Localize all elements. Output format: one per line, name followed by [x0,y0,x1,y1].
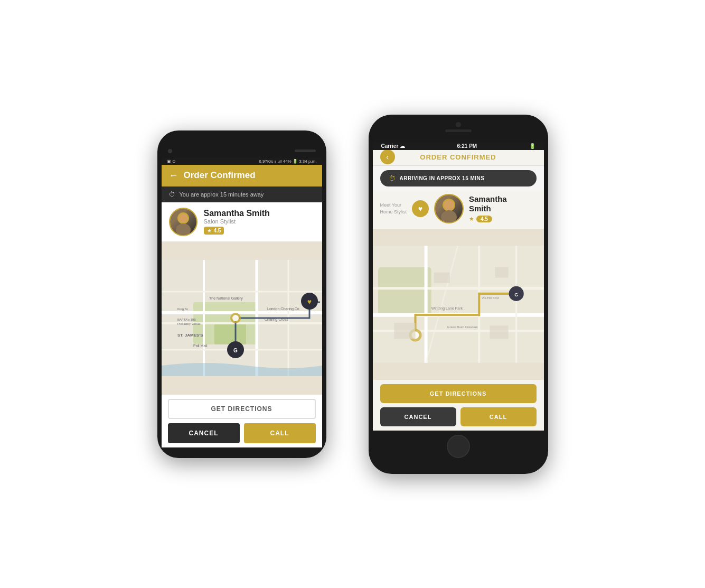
android-stylist-name: Samantha Smith [204,209,270,218]
svg-text:♥: ♥ [307,297,311,306]
android-stylist-info: Samantha Smith Salon Stylist ★ 4.5 [204,209,270,235]
svg-text:King St.: King St. [177,307,189,311]
ios-camera [456,122,461,127]
svg-text:London Charing Co: London Charing Co [267,307,299,311]
status-center: 6.97K/s ε ull 44% 🔋 3:34 p.m. [259,159,316,164]
ios-notch-area [373,115,544,142]
android-screen: ← Order Confirmed ⏱ You are approx 15 mi… [162,165,322,447]
android-status-bar: ▣ ⊙ 6.97K/s ε ull 44% 🔋 3:34 p.m. [162,158,322,165]
svg-text:G: G [514,292,518,297]
android-actions: GET DIRECTIONS CANCEL CALL [162,395,322,447]
svg-rect-5 [214,323,246,344]
svg-text:Piccadilly Venue: Piccadilly Venue [177,322,201,325]
android-call-button[interactable]: CALL [244,423,316,443]
ios-screen: ‹ ORDER CONFIRMED ⏱ ARRIVING IN APPROX 1… [373,150,544,431]
svg-point-29 [444,200,454,210]
ios-page-title: ORDER CONFIRMED [420,153,496,161]
clock-icon: ⏱ [169,191,175,198]
android-eta-text: You are approx 15 minutes away [180,191,264,198]
svg-point-28 [441,210,457,222]
ios-button-row: CANCEL CALL [380,407,537,426]
ios-actions: GET DIRECTIONS CANCEL CALL [373,380,544,431]
svg-point-2 [178,213,188,223]
svg-text:Green Bush Crescent: Green Bush Crescent [447,325,477,329]
ios-status-right: 🔋 [529,143,535,149]
ios-meet-text: Meet YourHome Stylist [380,202,407,215]
android-stylist-role: Salon Stylist [204,218,270,225]
android-rating-score: 4.5 [214,228,221,234]
ios-speaker [445,129,472,132]
svg-rect-47 [495,267,508,277]
ios-directions-button[interactable]: GET DIRECTIONS [380,384,537,403]
svg-text:ST. JAMES'S: ST. JAMES'S [177,333,203,338]
ios-stylist-avatar [434,194,464,223]
android-directions-button[interactable]: GET DIRECTIONS [168,399,316,419]
android-button-row: CANCEL CALL [168,423,316,443]
svg-text:G: G [233,348,238,353]
ios-status-center: 6:21 PM [457,143,477,149]
ios-home-button[interactable] [447,435,470,458]
ios-map: Winding Lane Park Via Hill Blvd Green Bu… [373,229,544,380]
android-stylist-avatar [169,208,198,236]
android-rating-badge: ★ 4.5 [204,227,224,235]
android-eta-bar: ⏱ You are approx 15 minutes away [162,186,322,202]
ios-cancel-button[interactable]: CANCEL [380,407,456,426]
svg-text:Pall Mall: Pall Mall [193,344,208,348]
svg-point-1 [176,223,191,235]
ios-star-icon: ★ [469,216,474,222]
svg-text:Winding Lane Park: Winding Lane Park [431,306,463,311]
ios-stylist-info: SamanthaSmith ★ 4.5 [469,194,507,223]
svg-point-24 [232,315,239,321]
svg-rect-46 [434,272,449,283]
ios-status-left: Carrier ☁ [381,143,406,149]
svg-text:BAFTA's 195: BAFTA's 195 [177,318,196,321]
ios-status-bar: Carrier ☁ 6:21 PM 🔋 [373,142,544,150]
svg-rect-49 [394,323,415,339]
ios-call-button[interactable]: CALL [460,407,537,426]
svg-text:The National Gallery: The National Gallery [209,296,243,301]
android-phone: ▣ ⊙ 6.97K/s ε ull 44% 🔋 3:34 p.m. ← Orde… [157,130,326,458]
android-stylist-card: Samantha Smith Salon Stylist ★ 4.5 [162,202,322,241]
ios-stylist-card: Meet YourHome Stylist ♥ SamanthaSmith ★ … [373,191,544,229]
android-notch [162,145,322,157]
ios-heart-button[interactable]: ♥ [412,200,429,217]
ios-back-button[interactable]: ‹ [380,150,395,165]
ios-phone: Carrier ☁ 6:21 PM 🔋 ‹ ORDER CONFIRMED ⏱ … [369,115,548,474]
status-left: ▣ ⊙ [167,159,176,164]
android-map: The National Gallery BAFTA's 195 Piccadi… [162,241,322,395]
svg-rect-48 [490,325,508,339]
android-camera [168,149,172,153]
android-avatar-inner [170,209,196,235]
svg-text:Charing Cross: Charing Cross [265,318,288,322]
android-page-title: Order Confirmed [184,170,256,181]
android-header: ← Order Confirmed [162,165,322,186]
android-cancel-button[interactable]: CANCEL [168,423,240,443]
ios-clock-icon: ⏱ [389,174,396,182]
ios-eta-bar: ⏱ ARRIVING IN APPROX 15 MINS [380,170,537,186]
svg-text:Via Hill Blvd: Via Hill Blvd [482,296,499,299]
svg-rect-31 [378,267,431,315]
ios-stylist-name: SamanthaSmith [469,194,507,213]
ios-avatar-inner [435,195,463,222]
ios-eta-text: ARRIVING IN APPROX 15 MINS [400,175,485,181]
back-arrow-icon[interactable]: ← [169,170,178,181]
android-speaker [295,150,316,152]
ios-header: ‹ ORDER CONFIRMED [373,150,544,166]
ios-rating-badge: 4.5 [476,216,492,222]
android-star-icon: ★ [207,228,212,234]
ios-rating: ★ 4.5 [469,216,492,222]
